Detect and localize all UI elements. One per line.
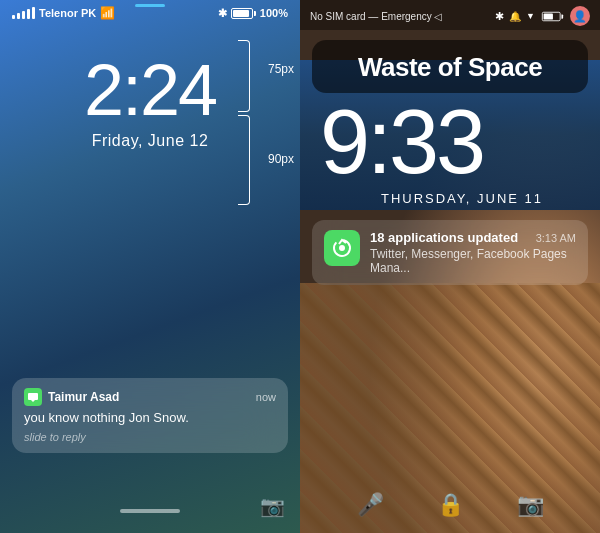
right-notif-content: 18 applications updated 3:13 AM Twitter,… xyxy=(370,230,576,275)
right-time-section: 9:33 xyxy=(300,97,600,187)
microphone-icon[interactable]: 🎤 xyxy=(357,492,384,518)
right-date-display: THURSDAY, JUNE 11 xyxy=(300,191,600,206)
battery-icon xyxy=(231,8,256,19)
charge-indicator xyxy=(135,4,165,7)
right-camera-icon[interactable]: 📷 xyxy=(517,492,544,518)
right-notif-header: 18 applications updated 3:13 AM xyxy=(370,230,576,245)
signal-icon xyxy=(12,7,35,19)
right-notif-app-icon xyxy=(324,230,360,266)
brace-90-visual xyxy=(238,115,250,205)
lock-icon[interactable]: 🔒 xyxy=(437,492,464,518)
left-status-left: Telenor PK 📶 xyxy=(12,6,115,20)
notif-message: you know nothing Jon Snow. xyxy=(24,410,276,427)
app-title-card: Waste of Space xyxy=(312,40,588,93)
right-notif-time: 3:13 AM xyxy=(536,232,576,244)
app-title: Waste of Space xyxy=(328,52,572,83)
messages-app-icon xyxy=(24,388,42,406)
carrier-label: Telenor PK xyxy=(39,7,96,19)
notif-time: now xyxy=(256,391,276,403)
left-notification[interactable]: Taimur Asad now you know nothing Jon Sno… xyxy=(12,378,288,453)
left-home-indicator xyxy=(0,509,300,513)
px75-label: 75px xyxy=(268,62,294,76)
px90-label: 90px xyxy=(268,152,294,166)
right-status-left-text: No SIM card — Emergency ◁ xyxy=(310,11,442,22)
notif-reply-hint: slide to reply xyxy=(24,431,276,443)
notif-sender: Taimur Asad xyxy=(48,390,250,404)
left-time-display: 2:24 xyxy=(84,54,216,126)
left-time-section: 2:24 Friday, June 12 xyxy=(0,54,300,150)
left-status-right: ✱ 100% xyxy=(218,7,288,20)
right-bluetooth-icon: ✱ xyxy=(495,10,504,23)
left-status-bar: Telenor PK 📶 ✱ 100% xyxy=(0,0,300,24)
left-date-display: Friday, June 12 xyxy=(92,132,209,150)
right-volume-icon: 🔔 xyxy=(509,11,521,22)
left-camera-icon[interactable]: 📷 xyxy=(260,494,285,518)
left-phone: Telenor PK 📶 ✱ 100% 2:24 Friday, June 12… xyxy=(0,0,300,533)
right-phone: No SIM card — Emergency ◁ ✱ 🔔 ▼ 👤 Waste … xyxy=(300,0,600,533)
right-notif-description: Twitter, Messenger, Facebook Pages Mana.… xyxy=(370,247,576,275)
camera-icon: 📷 xyxy=(260,495,285,517)
right-notif-title: 18 applications updated xyxy=(370,230,518,245)
notif-header: Taimur Asad now xyxy=(24,388,276,406)
battery-percent: 100% xyxy=(260,7,288,19)
right-user-icon: 👤 xyxy=(570,6,590,26)
right-notification[interactable]: 18 applications updated 3:13 AM Twitter,… xyxy=(312,220,588,285)
svg-point-0 xyxy=(339,245,345,251)
right-time-display: 9:33 xyxy=(320,97,483,187)
right-status-right: ✱ 🔔 ▼ 👤 xyxy=(495,6,590,26)
wifi-icon: 📶 xyxy=(100,6,115,20)
right-bottom-bar: 🎤 🔒 📷 xyxy=(300,492,600,518)
brace-75-visual xyxy=(238,40,250,112)
right-battery-icon xyxy=(542,11,563,20)
home-indicator xyxy=(120,509,180,513)
right-status-bar: No SIM card — Emergency ◁ ✱ 🔔 ▼ 👤 xyxy=(300,0,600,30)
bluetooth-icon: ✱ xyxy=(218,7,227,20)
right-signal-icon: ▼ xyxy=(526,11,535,21)
